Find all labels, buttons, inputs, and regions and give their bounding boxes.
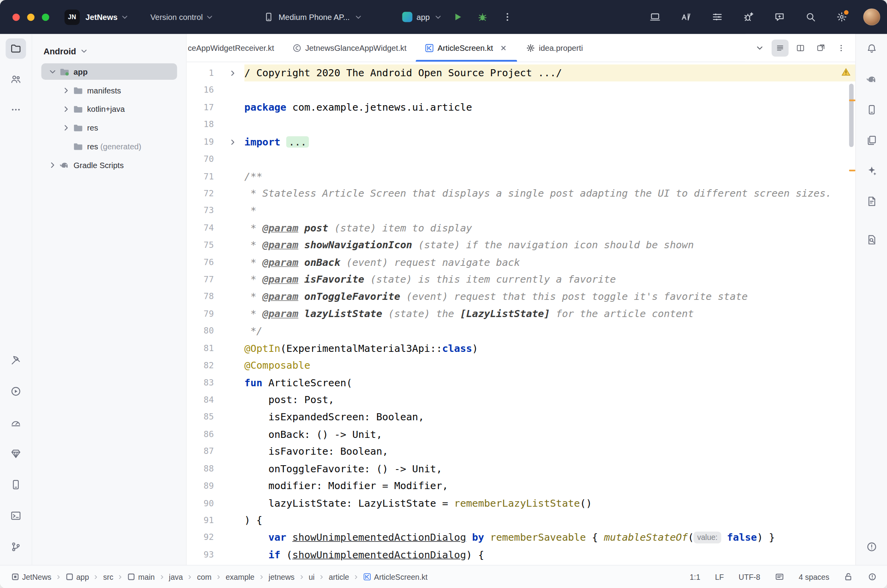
line-number[interactable]: 74 [187, 219, 214, 237]
vcs-menu-button[interactable]: Version control [150, 13, 214, 22]
line-number[interactable]: 70 [187, 151, 214, 168]
breadcrumb-ui[interactable]: ui [309, 573, 314, 581]
breadcrumb-src[interactable]: src [103, 573, 113, 581]
code-line-83[interactable]: 83fun ArticleScreen( [187, 374, 855, 391]
code-line-86[interactable]: 86 onBack: () -> Unit, [187, 426, 855, 443]
code-line-72[interactable]: 72 * Stateless Article Screen that displ… [187, 185, 855, 202]
unlock-button[interactable] [844, 572, 853, 581]
notifications-bell-button[interactable] [861, 38, 882, 59]
breadcrumb-com[interactable]: com [197, 573, 212, 581]
code-line-78[interactable]: 78 * @param onToggleFavorite (event) req… [187, 288, 855, 305]
logcat-button[interactable] [707, 7, 727, 27]
status-4-spaces[interactable]: 4 spaces [799, 573, 829, 581]
zoom-window-button[interactable] [42, 13, 49, 21]
line-number[interactable]: 73 [187, 202, 214, 219]
code-line-73[interactable]: 73 * [187, 202, 855, 219]
tree-item-res[interactable]: res [32, 118, 186, 137]
more-run-options-button[interactable] [497, 7, 517, 27]
tree-item-app[interactable]: app [32, 62, 186, 81]
device-phone-button[interactable] [5, 475, 26, 495]
single-column-button[interactable] [772, 39, 788, 56]
code-line-80[interactable]: 80 */ [187, 323, 855, 340]
line-number[interactable]: 87 [187, 443, 214, 460]
line-number[interactable]: 89 [187, 477, 214, 495]
code-line-79[interactable]: 79 * @param lazyListState (state) the [L… [187, 305, 855, 323]
code-editor[interactable]: 1/ Copyright 2020 The Android Open Sourc… [187, 62, 855, 565]
code-line-85[interactable]: 85 isExpandedScreen: Boolean, [187, 409, 855, 426]
bug-insights-button[interactable] [739, 7, 758, 27]
code-line-87[interactable]: 87 isFavorite: Boolean, [187, 443, 855, 460]
code-line-92[interactable]: 92 var showUnimplementedActionDialog by … [187, 529, 855, 546]
line-number[interactable]: 80 [187, 323, 214, 340]
line-number[interactable]: 78 [187, 288, 214, 305]
gemini-chat-button[interactable] [770, 7, 789, 27]
reader-mode-button[interactable] [775, 572, 784, 581]
tree-chevron[interactable] [59, 123, 73, 132]
scrollbar-thumb[interactable] [849, 84, 854, 147]
code-line-84[interactable]: 84 post: Post, [187, 391, 855, 409]
more-horizontal-button[interactable] [5, 100, 26, 120]
breadcrumb-article[interactable]: article [329, 573, 349, 581]
tab-idea-properti[interactable]: idea.properti [517, 34, 592, 62]
close-window-button[interactable] [13, 13, 20, 21]
code-line-75[interactable]: 75 * @param showNavigationIcon (state) i… [187, 237, 855, 254]
line-number[interactable]: 81 [187, 340, 214, 357]
app-inspection-button[interactable] [5, 443, 26, 464]
line-number[interactable]: 18 [187, 116, 214, 133]
people-button[interactable] [5, 69, 26, 89]
tab-jetnewsglanceappwidget-kt[interactable]: JetnewsGlanceAppWidget.kt [283, 34, 415, 62]
profiler-gauge-button[interactable] [5, 412, 26, 432]
code-line-88[interactable]: 88 onToggleFavorite: () -> Unit, [187, 460, 855, 477]
line-number[interactable]: 91 [187, 512, 214, 529]
tree-item-res-generated[interactable]: res (generated) [32, 137, 186, 156]
project-folder-button[interactable] [5, 38, 26, 59]
line-number[interactable]: 72 [187, 185, 214, 202]
code-line-16[interactable]: 16 [187, 82, 855, 99]
code-line-18[interactable]: 18 [187, 116, 855, 133]
code-line-70[interactable]: 70 [187, 151, 855, 168]
code-line-93[interactable]: 93 if (showUnimplementedActionDialog) { [187, 546, 855, 563]
gradle-elephant-button[interactable] [861, 69, 882, 89]
code-line-19[interactable]: 19import ... [187, 133, 855, 151]
device-selector-button[interactable]: Medium Phone AP... [264, 12, 363, 22]
breadcrumb-jetnews[interactable]: JetNews [11, 573, 51, 581]
status-utf-8[interactable]: UTF-8 [739, 573, 760, 581]
code-line-1[interactable]: 1/ Copyright 2020 The Android Open Sourc… [187, 65, 855, 82]
code-line-82[interactable]: 82@Composable [187, 357, 855, 374]
project-menu-button[interactable]: JetNews [85, 13, 129, 22]
line-number[interactable]: 75 [187, 237, 214, 254]
tab-articlescreen-kt[interactable]: ArticleScreen.kt [415, 34, 517, 62]
tree-item-manifests[interactable]: manifests [32, 81, 186, 100]
status-lf[interactable]: LF [715, 573, 724, 581]
breadcrumb-example[interactable]: example [226, 573, 255, 581]
tree-item-gradle-scripts[interactable]: Gradle Scripts [32, 156, 186, 174]
tree-chevron[interactable] [59, 86, 73, 95]
breadcrumb-main[interactable]: main [127, 573, 155, 581]
code-line-81[interactable]: 81@OptIn(ExperimentalMaterial3Api::class… [187, 340, 855, 357]
line-number[interactable]: 17 [187, 99, 214, 116]
line-number[interactable]: 90 [187, 495, 214, 512]
detach-window-button[interactable] [812, 39, 829, 56]
tree-item-kotlin-java[interactable]: kotlin+java [32, 100, 186, 118]
line-number[interactable]: 83 [187, 374, 214, 391]
breadcrumb-jetnews[interactable]: jetnews [269, 573, 294, 581]
status-1-1[interactable]: 1:1 [689, 573, 700, 581]
line-number[interactable]: 19 [187, 133, 214, 151]
breadcrumb-java[interactable]: java [169, 573, 183, 581]
code-line-89[interactable]: 89 modifier: Modifier = Modifier, [187, 477, 855, 495]
close-tab-button[interactable] [499, 43, 508, 52]
terminal-button[interactable] [5, 506, 26, 526]
run-configuration-button[interactable]: app [402, 12, 442, 22]
line-number[interactable]: 79 [187, 305, 214, 323]
settings-button[interactable] [832, 7, 851, 27]
code-line-71[interactable]: 71/** [187, 168, 855, 185]
code-line-74[interactable]: 74 * @param post (state) item to display [187, 219, 855, 237]
inspection-warning-icon[interactable] [841, 67, 851, 77]
tab-ceappwidgetreceiver-kt[interactable]: ceAppWidgetReceiver.kt [187, 34, 283, 62]
line-number[interactable]: 1 [187, 65, 214, 82]
more-vertical-button[interactable] [833, 39, 849, 56]
code-line-17[interactable]: 17package com.example.jetnews.ui.article [187, 99, 855, 116]
gemini-sparkle-button[interactable] [861, 161, 882, 181]
line-number[interactable]: 77 [187, 271, 214, 288]
code-line-77[interactable]: 77 * @param isFavorite (state) is this i… [187, 271, 855, 288]
